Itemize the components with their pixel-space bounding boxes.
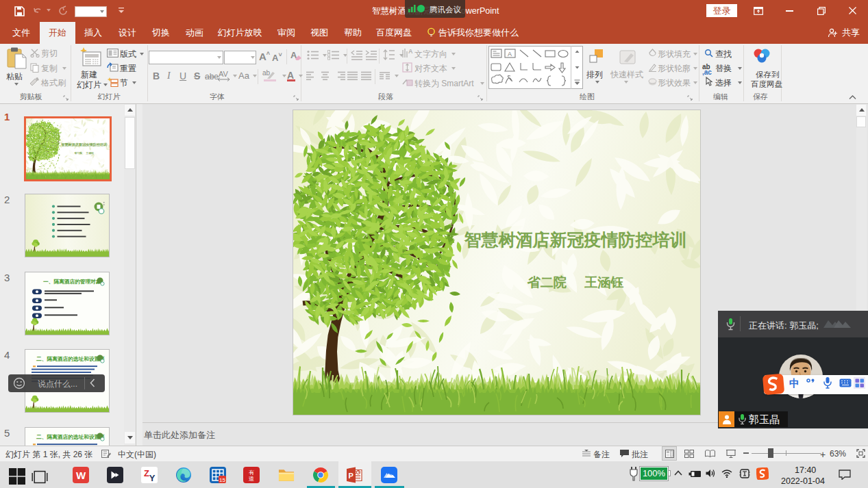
svg-text:15: 15 xyxy=(219,477,225,483)
svg-text:W: W xyxy=(76,470,86,481)
svg-text:A: A xyxy=(408,48,413,55)
svg-text:智慧树酒店新冠疫情防控培训: 智慧树酒店新冠疫情防控培训 xyxy=(60,142,106,147)
svg-text:P: P xyxy=(349,472,354,480)
svg-text:有: 有 xyxy=(249,470,254,476)
svg-text:二、隔离酒店的选址和设置要: 二、隔离酒店的选址和设置要 xyxy=(36,356,105,362)
svg-text:二、隔离酒店的选址和设置要: 二、隔离酒店的选址和设置要 xyxy=(36,434,105,440)
svg-text:Y: Y xyxy=(149,473,156,483)
svg-text:一、隔离酒店的管理对象: 一、隔离酒店的管理对象 xyxy=(43,279,101,285)
svg-text:智慧树酒店新冠疫情防控培训: 智慧树酒店新冠疫情防控培训 xyxy=(464,230,687,249)
svg-text:省二院 王涵钰: 省二院 王涵钰 xyxy=(527,275,623,290)
svg-text:道: 道 xyxy=(249,476,254,482)
svg-text:A: A xyxy=(508,51,512,57)
